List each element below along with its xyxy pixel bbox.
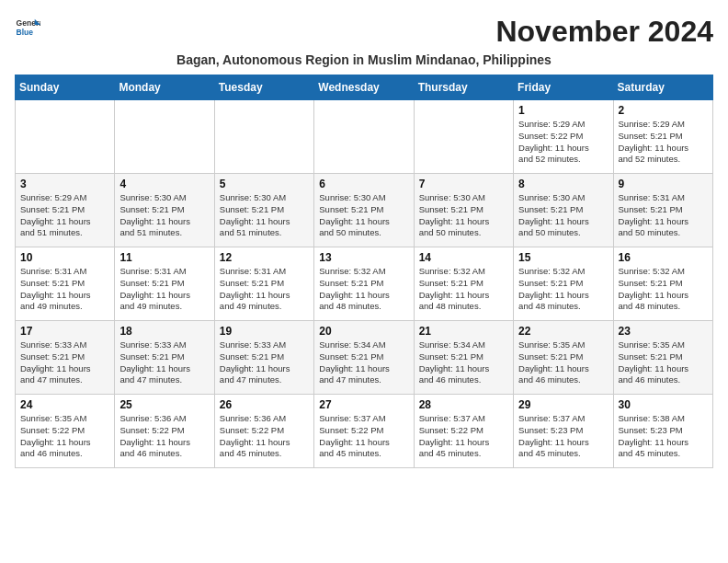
weekday-header-saturday: Saturday: [613, 75, 712, 100]
day-info: Sunrise: 5:29 AM Sunset: 5:22 PM Dayligh…: [518, 119, 608, 166]
day-number: 6: [319, 178, 408, 190]
weekday-header-tuesday: Tuesday: [214, 75, 313, 100]
day-info: Sunrise: 5:34 AM Sunset: 5:21 PM Dayligh…: [419, 339, 508, 386]
calendar-cell: 11Sunrise: 5:31 AM Sunset: 5:21 PM Dayli…: [115, 247, 214, 321]
day-number: 15: [518, 251, 608, 264]
day-number: 22: [518, 325, 608, 338]
day-info: Sunrise: 5:35 AM Sunset: 5:21 PM Dayligh…: [518, 339, 608, 386]
day-number: 30: [619, 398, 708, 411]
weekday-header-sunday: Sunday: [16, 75, 115, 100]
day-info: Sunrise: 5:37 AM Sunset: 5:22 PM Dayligh…: [319, 413, 408, 460]
day-number: 23: [619, 325, 708, 338]
calendar-week-5: 24Sunrise: 5:35 AM Sunset: 5:22 PM Dayli…: [16, 395, 713, 468]
calendar-week-1: 1Sunrise: 5:29 AM Sunset: 5:22 PM Daylig…: [16, 100, 713, 174]
weekday-header-friday: Friday: [514, 75, 613, 100]
day-info: Sunrise: 5:35 AM Sunset: 5:22 PM Dayligh…: [20, 413, 109, 460]
day-number: 9: [619, 178, 708, 190]
day-info: Sunrise: 5:31 AM Sunset: 5:21 PM Dayligh…: [220, 266, 309, 313]
calendar-cell: 14Sunrise: 5:32 AM Sunset: 5:21 PM Dayli…: [414, 247, 513, 321]
day-info: Sunrise: 5:30 AM Sunset: 5:21 PM Dayligh…: [119, 192, 209, 239]
day-number: 26: [220, 398, 309, 411]
calendar-cell: 8Sunrise: 5:30 AM Sunset: 5:21 PM Daylig…: [514, 174, 613, 247]
day-info: Sunrise: 5:31 AM Sunset: 5:21 PM Dayligh…: [20, 266, 109, 313]
calendar-cell: 5Sunrise: 5:30 AM Sunset: 5:21 PM Daylig…: [214, 174, 313, 247]
calendar-cell: 17Sunrise: 5:33 AM Sunset: 5:21 PM Dayli…: [16, 321, 115, 395]
day-number: 29: [518, 398, 608, 411]
day-info: Sunrise: 5:30 AM Sunset: 5:21 PM Dayligh…: [220, 192, 309, 239]
calendar-body: 1Sunrise: 5:29 AM Sunset: 5:22 PM Daylig…: [16, 100, 713, 468]
calendar-cell: [314, 100, 414, 174]
day-number: 28: [419, 398, 508, 411]
day-number: 7: [419, 178, 508, 190]
weekday-header-thursday: Thursday: [414, 75, 513, 100]
day-number: 20: [319, 325, 408, 338]
calendar-cell: 23Sunrise: 5:35 AM Sunset: 5:21 PM Dayli…: [613, 321, 712, 395]
day-number: 16: [619, 251, 708, 264]
calendar-cell: 27Sunrise: 5:37 AM Sunset: 5:22 PM Dayli…: [314, 395, 414, 468]
day-number: 4: [119, 178, 209, 190]
day-info: Sunrise: 5:37 AM Sunset: 5:22 PM Dayligh…: [419, 413, 508, 460]
calendar-cell: 3Sunrise: 5:29 AM Sunset: 5:21 PM Daylig…: [16, 174, 115, 247]
calendar-cell: 26Sunrise: 5:36 AM Sunset: 5:22 PM Dayli…: [214, 395, 313, 468]
calendar-cell: 2Sunrise: 5:29 AM Sunset: 5:21 PM Daylig…: [613, 100, 712, 174]
calendar-cell: 15Sunrise: 5:32 AM Sunset: 5:21 PM Dayli…: [514, 247, 613, 321]
day-number: 8: [518, 178, 608, 190]
calendar-cell: 19Sunrise: 5:33 AM Sunset: 5:21 PM Dayli…: [214, 321, 313, 395]
calendar-cell: 18Sunrise: 5:33 AM Sunset: 5:21 PM Dayli…: [115, 321, 214, 395]
calendar-cell: 1Sunrise: 5:29 AM Sunset: 5:22 PM Daylig…: [514, 100, 613, 174]
day-info: Sunrise: 5:30 AM Sunset: 5:21 PM Dayligh…: [518, 192, 608, 239]
day-info: Sunrise: 5:32 AM Sunset: 5:21 PM Dayligh…: [319, 266, 408, 313]
page-header: General Blue November 2024: [15, 15, 713, 49]
logo: General Blue: [15, 15, 42, 40]
day-info: Sunrise: 5:36 AM Sunset: 5:22 PM Dayligh…: [220, 413, 309, 460]
calendar-cell: 6Sunrise: 5:30 AM Sunset: 5:21 PM Daylig…: [314, 174, 414, 247]
calendar-week-2: 3Sunrise: 5:29 AM Sunset: 5:21 PM Daylig…: [16, 174, 713, 247]
day-number: 2: [619, 104, 708, 117]
day-info: Sunrise: 5:38 AM Sunset: 5:23 PM Dayligh…: [619, 413, 708, 460]
day-number: 3: [20, 178, 109, 190]
day-info: Sunrise: 5:33 AM Sunset: 5:21 PM Dayligh…: [20, 339, 109, 386]
calendar-table: SundayMondayTuesdayWednesdayThursdayFrid…: [15, 75, 713, 468]
calendar-cell: 9Sunrise: 5:31 AM Sunset: 5:21 PM Daylig…: [613, 174, 712, 247]
calendar-week-3: 10Sunrise: 5:31 AM Sunset: 5:21 PM Dayli…: [16, 247, 713, 321]
day-number: 25: [119, 398, 209, 411]
day-info: Sunrise: 5:32 AM Sunset: 5:21 PM Dayligh…: [518, 266, 608, 313]
day-number: 19: [220, 325, 309, 338]
calendar-cell: 24Sunrise: 5:35 AM Sunset: 5:22 PM Dayli…: [16, 395, 115, 468]
day-info: Sunrise: 5:29 AM Sunset: 5:21 PM Dayligh…: [619, 119, 708, 166]
month-title: November 2024: [495, 15, 713, 49]
calendar-cell: [214, 100, 313, 174]
svg-text:Blue: Blue: [17, 28, 34, 37]
day-number: 21: [419, 325, 508, 338]
calendar-cell: 16Sunrise: 5:32 AM Sunset: 5:21 PM Dayli…: [613, 247, 712, 321]
calendar-cell: 4Sunrise: 5:30 AM Sunset: 5:21 PM Daylig…: [115, 174, 214, 247]
calendar-cell: 21Sunrise: 5:34 AM Sunset: 5:21 PM Dayli…: [414, 321, 513, 395]
calendar-cell: 12Sunrise: 5:31 AM Sunset: 5:21 PM Dayli…: [214, 247, 313, 321]
calendar-cell: 28Sunrise: 5:37 AM Sunset: 5:22 PM Dayli…: [414, 395, 513, 468]
day-info: Sunrise: 5:33 AM Sunset: 5:21 PM Dayligh…: [119, 339, 209, 386]
day-number: 1: [518, 104, 608, 117]
day-info: Sunrise: 5:35 AM Sunset: 5:21 PM Dayligh…: [619, 339, 708, 386]
calendar-cell: 22Sunrise: 5:35 AM Sunset: 5:21 PM Dayli…: [514, 321, 613, 395]
calendar-subtitle: Bagan, Autonomous Region in Muslim Minda…: [15, 52, 713, 67]
day-info: Sunrise: 5:30 AM Sunset: 5:21 PM Dayligh…: [419, 192, 508, 239]
weekday-header-monday: Monday: [115, 75, 214, 100]
calendar-cell: 30Sunrise: 5:38 AM Sunset: 5:23 PM Dayli…: [613, 395, 712, 468]
day-info: Sunrise: 5:36 AM Sunset: 5:22 PM Dayligh…: [119, 413, 209, 460]
calendar-cell: [115, 100, 214, 174]
day-number: 17: [20, 325, 109, 338]
day-info: Sunrise: 5:34 AM Sunset: 5:21 PM Dayligh…: [319, 339, 408, 386]
calendar-cell: [16, 100, 115, 174]
calendar-cell: 29Sunrise: 5:37 AM Sunset: 5:23 PM Dayli…: [514, 395, 613, 468]
day-info: Sunrise: 5:31 AM Sunset: 5:21 PM Dayligh…: [619, 192, 708, 239]
calendar-cell: [414, 100, 513, 174]
calendar-cell: 20Sunrise: 5:34 AM Sunset: 5:21 PM Dayli…: [314, 321, 414, 395]
calendar-cell: 10Sunrise: 5:31 AM Sunset: 5:21 PM Dayli…: [16, 247, 115, 321]
calendar-cell: 13Sunrise: 5:32 AM Sunset: 5:21 PM Dayli…: [314, 247, 414, 321]
day-info: Sunrise: 5:30 AM Sunset: 5:21 PM Dayligh…: [319, 192, 408, 239]
calendar-header-row: SundayMondayTuesdayWednesdayThursdayFrid…: [16, 75, 713, 100]
day-number: 11: [119, 251, 209, 264]
day-number: 14: [419, 251, 508, 264]
day-info: Sunrise: 5:37 AM Sunset: 5:23 PM Dayligh…: [518, 413, 608, 460]
day-number: 18: [119, 325, 209, 338]
